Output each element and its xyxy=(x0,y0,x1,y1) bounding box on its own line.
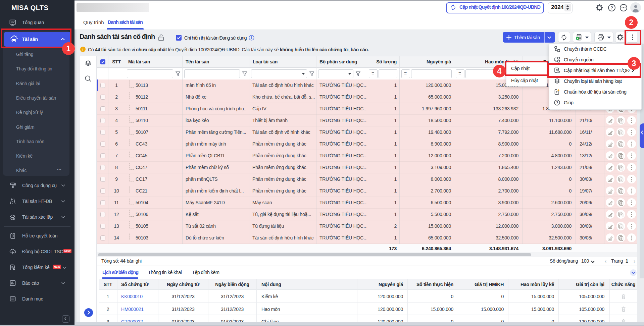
svg-text:?: ? xyxy=(556,101,558,105)
svg-text:X: X xyxy=(577,37,579,40)
svg-text:?: ? xyxy=(610,5,613,10)
